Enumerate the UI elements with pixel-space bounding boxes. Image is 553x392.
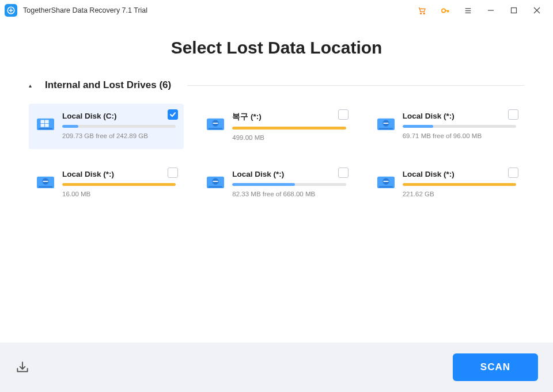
drive-size: 499.00 MB <box>232 134 346 141</box>
disk-icon <box>377 173 395 188</box>
drive-body: Local Disk (*:)16.00 MB <box>62 170 176 199</box>
svg-rect-9 <box>41 124 45 127</box>
drive-checkbox[interactable] <box>508 109 518 120</box>
cart-icon[interactable] <box>410 0 433 21</box>
drive-card[interactable]: Local Disk (*:)221.62 GB <box>369 162 524 207</box>
svg-rect-12 <box>209 128 222 130</box>
close-icon[interactable] <box>525 0 548 21</box>
drive-size: 209.73 GB free of 242.89 GB <box>62 132 176 139</box>
app-title: TogetherShare Data Recovery 7.1 Trial <box>23 6 147 14</box>
drive-checkbox[interactable] <box>508 168 518 178</box>
drive-name: Local Disk (C:) <box>62 112 176 120</box>
menu-icon[interactable] <box>456 0 479 21</box>
drive-card[interactable]: Local Disk (*:)82.33 MB free of 668.00 M… <box>199 162 354 207</box>
drive-body: Local Disk (*:)221.62 GB <box>403 170 516 199</box>
drive-checkbox[interactable] <box>338 109 349 120</box>
svg-rect-18 <box>383 123 388 124</box>
main-content: Select Lost Data Location ▴ Internal and… <box>0 21 553 212</box>
svg-rect-24 <box>209 187 222 188</box>
disk-icon <box>207 173 224 188</box>
svg-rect-7 <box>41 120 45 123</box>
svg-rect-20 <box>39 187 52 188</box>
drive-name: 복구 (*:) <box>232 112 346 122</box>
import-icon[interactable] <box>15 360 30 375</box>
svg-rect-14 <box>213 123 218 124</box>
drive-card[interactable]: Local Disk (*:)69.71 MB free of 96.00 MB <box>369 104 524 149</box>
drive-checkbox[interactable] <box>338 168 349 178</box>
svg-rect-22 <box>43 181 48 182</box>
drive-card[interactable]: 복구 (*:)499.00 MB <box>199 104 354 149</box>
usage-bar <box>62 183 176 186</box>
collapse-arrow-icon[interactable]: ▴ <box>29 82 36 89</box>
svg-rect-16 <box>378 128 392 130</box>
drive-card[interactable]: Local Disk (*:)16.00 MB <box>29 162 184 207</box>
drive-body: Local Disk (*:)69.71 MB free of 96.00 MB <box>403 112 516 141</box>
section-header: ▴ Internal and Lost Drives (6) <box>29 79 524 91</box>
disk-icon <box>207 115 224 130</box>
drive-body: Local Disk (*:)82.33 MB free of 668.00 M… <box>232 170 346 199</box>
app-logo-icon <box>5 4 17 17</box>
disk-icon <box>37 115 54 130</box>
svg-rect-30 <box>383 181 388 182</box>
section-divider <box>187 85 524 86</box>
disk-icon <box>37 173 54 188</box>
svg-rect-6 <box>39 128 52 130</box>
usage-bar <box>62 125 176 128</box>
drive-size: 69.71 MB free of 96.00 MB <box>403 132 516 139</box>
usage-bar <box>403 183 516 186</box>
svg-point-3 <box>441 9 445 12</box>
drive-checkbox[interactable] <box>168 168 178 178</box>
drive-body: Local Disk (C:)209.73 GB free of 242.89 … <box>62 112 176 141</box>
svg-rect-8 <box>45 120 49 123</box>
drive-grid: Local Disk (C:)209.73 GB free of 242.89 … <box>29 104 524 207</box>
drive-body: 복구 (*:)499.00 MB <box>232 112 346 141</box>
minimize-icon[interactable] <box>479 0 502 21</box>
footer: SCAN <box>0 342 553 392</box>
maximize-icon[interactable] <box>502 0 525 21</box>
svg-rect-26 <box>213 181 218 182</box>
usage-bar <box>403 125 516 128</box>
svg-rect-28 <box>378 187 392 188</box>
svg-point-1 <box>420 13 421 14</box>
drive-name: Local Disk (*:) <box>403 170 516 178</box>
titlebar: TogetherShare Data Recovery 7.1 Trial <box>0 0 553 21</box>
key-icon[interactable] <box>433 0 456 21</box>
usage-bar <box>232 127 346 130</box>
svg-point-2 <box>423 13 425 14</box>
scan-button[interactable]: SCAN <box>453 353 538 381</box>
usage-bar <box>232 183 346 186</box>
drive-name: Local Disk (*:) <box>403 112 516 120</box>
section-title: Internal and Lost Drives (6) <box>45 79 171 91</box>
drive-checkbox[interactable] <box>168 109 178 120</box>
drive-size: 221.62 GB <box>403 191 516 197</box>
drive-name: Local Disk (*:) <box>232 170 346 178</box>
drive-size: 82.33 MB free of 668.00 MB <box>232 191 346 197</box>
drive-name: Local Disk (*:) <box>62 170 176 178</box>
drive-card[interactable]: Local Disk (C:)209.73 GB free of 242.89 … <box>29 104 184 149</box>
svg-rect-4 <box>512 8 517 13</box>
drive-size: 16.00 MB <box>62 191 176 197</box>
svg-rect-10 <box>45 124 49 127</box>
disk-icon <box>377 115 395 130</box>
page-title: Select Lost Data Location <box>29 38 524 58</box>
